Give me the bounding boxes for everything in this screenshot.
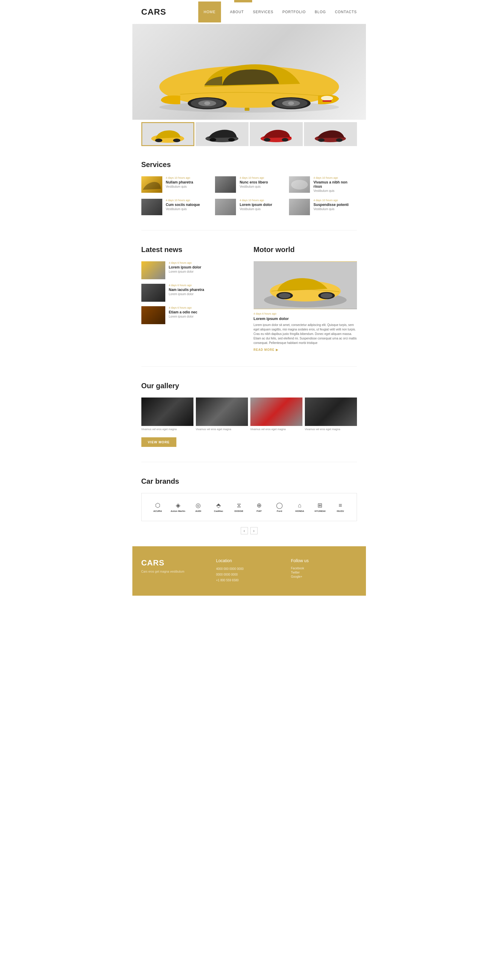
brand-logo-2[interactable]: ◎AUDI (188, 499, 208, 515)
brand-logo-6[interactable]: ◯Ford (269, 499, 290, 515)
service-name-4: Lorem ipsum dolor (239, 203, 283, 207)
news-list: 4 days 6 hours ago Lorem ipsum dolor Lor… (141, 261, 245, 324)
news-meta-0: 4 days 6 hours ago Lorem ipsum dolor Lor… (169, 261, 245, 273)
view-more-button[interactable]: VIEW MORE (141, 438, 176, 447)
news-desc-0: Lorem ipsum dolor (169, 270, 245, 273)
brand-logo-7[interactable]: ⌂HONDA (290, 500, 310, 515)
brand-logo-3[interactable]: ⬘Cadillac (208, 499, 229, 515)
services-section: Services 4 days 10 hours ago Nullam phar… (132, 148, 366, 227)
service-date-0: 4 days 10 hours ago (166, 176, 209, 179)
brand-logo-0[interactable]: ⬡ACURA (148, 499, 168, 515)
brand-name-8: HYUNDAI (312, 510, 328, 512)
brand-symbol-1: ◈ (170, 502, 186, 509)
service-thumb-1 (215, 176, 236, 193)
social-link-2[interactable]: Google+ (291, 575, 357, 578)
social-link-1[interactable]: Twitter (291, 571, 357, 574)
nav-portfolio[interactable]: PORTFOLIO (283, 10, 306, 14)
news-date-1: 4 days 6 hours ago (169, 284, 245, 287)
news-thumb-2 (141, 306, 165, 324)
read-more-link[interactable]: READ MORE ▶ (254, 348, 357, 352)
divider-2 (141, 366, 357, 367)
service-thumb-3 (141, 199, 162, 215)
divider-3 (141, 462, 357, 462)
svg-point-15 (173, 138, 180, 142)
brand-logo-5[interactable]: ⊕FIAT (249, 499, 269, 515)
service-item-3: 4 days 10 hours ago Cum sociis natoque V… (141, 199, 209, 215)
motor-title: Motor world (254, 245, 357, 254)
brands-title: Car brands (141, 477, 357, 485)
service-name-1: Nunc eros libero (239, 180, 283, 185)
brand-symbol-4: ⧖ (231, 502, 247, 509)
service-date-1: 4 days 10 hours ago (239, 176, 283, 179)
gallery-img-1 (196, 398, 248, 426)
footer-follow-title: Follow us (291, 558, 357, 563)
gallery-img-0 (141, 398, 193, 426)
social-link-0[interactable]: Facebook (291, 566, 357, 570)
service-meta-3: 4 days 10 hours ago Cum sociis natoque V… (166, 199, 209, 211)
news-thumb-1 (141, 284, 165, 302)
svg-point-24 (318, 138, 325, 142)
svg-point-11 (288, 102, 294, 105)
svg-point-20 (264, 138, 270, 142)
news-title-2: Etiam a odio nec (169, 310, 245, 314)
brand-logo-9[interactable]: ≡ISUZU (330, 500, 351, 515)
news-meta-1: 4 days 6 hours ago Nam iaculis pharetra … (169, 284, 245, 296)
gallery-item-2[interactable]: Vivamus vel eros eget magna (251, 398, 302, 431)
news-title-0: Lorem ipsum dolor (169, 265, 245, 269)
thumb-1[interactable] (141, 122, 194, 146)
nav-services[interactable]: SERVICES (253, 10, 273, 14)
gallery-title: Our gallery (141, 382, 357, 390)
svg-point-25 (336, 138, 343, 142)
service-sub-0: Vestibulum quis (166, 185, 209, 188)
service-date-4: 4 days 10 hours ago (239, 199, 283, 202)
hero-section (132, 24, 366, 120)
news-motor-grid: Latest news 4 days 6 hours ago Lorem ips… (141, 245, 357, 352)
brand-logo-1[interactable]: ◈Aston Martin (168, 499, 188, 515)
service-meta-4: 4 days 10 hours ago Lorem ipsum dolor Ve… (239, 199, 283, 211)
news-date-0: 4 days 6 hours ago (169, 261, 245, 264)
header: CARS HOME ABOUT SERVICES PORTFOLIO BLOG … (132, 0, 366, 24)
brand-logo-8[interactable]: ⊞HYUNDAI (310, 499, 330, 515)
footer-logo-col: CARS Cars eros get magna vestibulum (141, 558, 207, 584)
brand-name-0: ACURA (150, 510, 166, 512)
car-thumbnails (132, 120, 366, 148)
thumb-2[interactable] (196, 122, 249, 146)
site-logo[interactable]: CARS (141, 7, 198, 17)
brand-name-3: Cadillac (211, 510, 227, 512)
gallery-item-0[interactable]: Vivamus vel eros eget magna (141, 398, 193, 431)
service-name-5: Suspendisse potenti (313, 203, 357, 207)
services-title: Services (141, 161, 357, 169)
brand-symbol-7: ⌂ (292, 502, 308, 509)
services-grid: 4 days 10 hours ago Nullam pharetra Vest… (141, 176, 357, 215)
brands-next-button[interactable]: › (251, 527, 257, 534)
footer-phone: +1 800 559 6580 (216, 578, 282, 582)
service-thumb-2 (289, 176, 310, 193)
news-desc-2: Lorem ipsum dolor (169, 315, 245, 318)
read-more-text: READ MORE (254, 348, 275, 352)
brand-name-1: Aston Martin (170, 510, 186, 512)
motor-body: Lorem ipsum dolor sit amet, consectetur … (254, 323, 357, 345)
brands-prev-button[interactable]: ‹ (241, 527, 248, 534)
brand-name-6: Ford (271, 510, 287, 512)
nav-contacts[interactable]: CONTACTS (335, 10, 357, 14)
footer-address2: 0000 0000 0000 (216, 572, 282, 577)
gallery-item-3[interactable]: Vivamus vel eros eget magna (305, 398, 357, 431)
brands-container: ⬡ACURA◈Aston Martin◎AUDI⬘Cadillac⧖DODGE⊕… (141, 493, 357, 521)
nav-home[interactable]: HOME (198, 2, 221, 22)
news-motor-section: Latest news 4 days 6 hours ago Lorem ips… (132, 234, 366, 363)
thumb-3[interactable] (250, 122, 303, 146)
nav-blog[interactable]: BLOG (315, 10, 326, 14)
svg-point-17 (210, 138, 216, 142)
news-item-2: 4 days 6 hours ago Etiam a odio nec Lore… (141, 306, 245, 324)
service-sub-2: Vestibulum quis (313, 189, 357, 192)
thumb-4[interactable] (304, 122, 357, 146)
gallery-item-1[interactable]: Vivamus vel eros eget magna (196, 398, 248, 431)
footer-address1: 4000 000 0000 0000 (216, 566, 282, 571)
brand-name-2: AUDI (190, 510, 206, 512)
brand-symbol-0: ⬡ (150, 502, 166, 509)
brand-symbol-6: ◯ (271, 502, 287, 509)
brand-logo-4[interactable]: ⧖DODGE (229, 500, 249, 515)
nav-about[interactable]: ABOUT (230, 10, 244, 14)
footer-follow-col: Follow us FacebookTwitterGoogle+ (291, 558, 357, 584)
service-thumb-5 (289, 199, 310, 215)
